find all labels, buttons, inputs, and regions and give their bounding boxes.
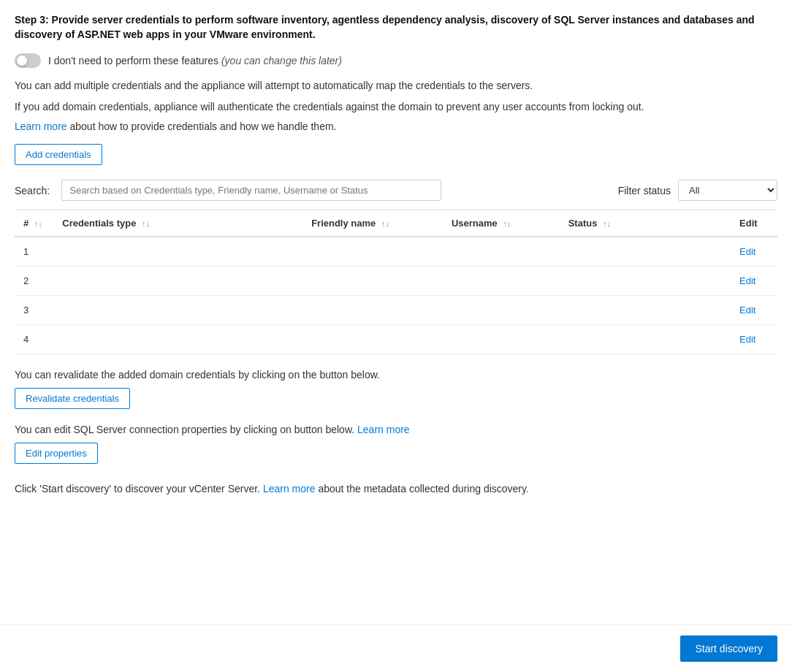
cell-num-4: 4 [15, 325, 53, 354]
edit-link-3[interactable]: Edit [739, 305, 755, 316]
edit-props-section: You can edit SQL Server connection prope… [15, 424, 777, 464]
cell-type-1 [53, 237, 302, 267]
edit-link-4[interactable]: Edit [739, 334, 755, 345]
col-header-username: Username ↑↓ [443, 210, 560, 237]
info-text-2: If you add domain credentials, appliance… [15, 99, 777, 115]
cell-num-2: 2 [15, 267, 53, 296]
cell-type-4 [53, 325, 302, 354]
start-discovery-learn-more-link[interactable]: Learn more [263, 483, 316, 495]
learn-more-row: Learn more about how to provide credenti… [15, 121, 777, 132]
revalidate-text: You can revalidate the added domain cred… [15, 369, 777, 381]
start-discovery-section: Click 'Start discovery' to discover your… [15, 481, 777, 497]
add-credentials-button[interactable]: Add credentials [15, 144, 102, 165]
table-body: 1 Edit 2 Edit 3 Edit 4 [15, 237, 777, 354]
info-text-1: You can add multiple credentials and the… [15, 78, 777, 93]
add-credentials-section: Add credentials [15, 144, 777, 165]
cell-friendly-2 [302, 267, 443, 296]
learn-more-link-credentials[interactable]: Learn more [15, 121, 67, 132]
start-discovery-text: Click 'Start discovery' to discover your… [15, 481, 777, 497]
start-discovery-text-pre: Click 'Start discovery' to discover your… [15, 483, 260, 495]
cell-friendly-4 [302, 325, 443, 354]
feature-toggle[interactable] [15, 53, 41, 68]
edit-props-text-pre: You can edit SQL Server connection prope… [15, 424, 354, 435]
edit-properties-button[interactable]: Edit properties [15, 443, 98, 464]
filter-status-group: Filter status All Valid Invalid Not vali… [618, 180, 777, 201]
col-header-num: # ↑↓ [15, 210, 53, 237]
sort-icon-status: ↑↓ [603, 219, 611, 228]
table-row: 4 Edit [15, 325, 777, 354]
bottom-bar: Start discovery [0, 625, 792, 672]
col-header-type: Credentials type ↑↓ [53, 210, 302, 237]
cell-status-1 [560, 237, 731, 267]
col-header-friendly: Friendly name ↑↓ [302, 210, 443, 237]
toggle-label: I don't need to perform these features (… [48, 55, 342, 66]
sort-icon-type: ↑↓ [142, 219, 150, 228]
table-row: 3 Edit [15, 296, 777, 325]
cell-status-3 [560, 296, 731, 325]
edit-link-2[interactable]: Edit [739, 275, 755, 286]
search-input[interactable] [61, 180, 441, 201]
edit-props-learn-more-link[interactable]: Learn more [357, 424, 410, 435]
cell-edit-4[interactable]: Edit [731, 325, 777, 354]
sort-icon-username: ↑↓ [503, 219, 511, 228]
cell-type-2 [53, 267, 302, 296]
cell-username-3 [443, 296, 560, 325]
cell-edit-1[interactable]: Edit [731, 237, 777, 267]
learn-more-text: about how to provide credentials and how… [69, 121, 336, 132]
cell-status-4 [560, 325, 731, 354]
cell-edit-2[interactable]: Edit [731, 267, 777, 296]
edit-props-text: You can edit SQL Server connection prope… [15, 424, 777, 435]
revalidate-credentials-button[interactable]: Revalidate credentials [15, 388, 130, 409]
edit-link-1[interactable]: Edit [739, 246, 755, 257]
revalidate-section: You can revalidate the added domain cred… [15, 369, 777, 409]
filter-status-label: Filter status [618, 185, 671, 196]
search-filter-row: Search: Filter status All Valid Invalid … [15, 180, 777, 201]
cell-username-1 [443, 237, 560, 267]
step-heading: Step 3: Provide server credentials to pe… [15, 13, 777, 42]
cell-username-2 [443, 267, 560, 296]
sort-icon-friendly: ↑↓ [381, 219, 389, 228]
cell-status-2 [560, 267, 731, 296]
start-discovery-button[interactable]: Start discovery [680, 635, 777, 662]
col-header-status: Status ↑↓ [560, 210, 731, 237]
search-label: Search: [15, 185, 50, 196]
table-header-row: # ↑↓ Credentials type ↑↓ Friendly name ↑… [15, 210, 777, 237]
filter-status-select[interactable]: All Valid Invalid Not validated [678, 180, 777, 201]
start-discovery-text-post: about the metadata collected during disc… [318, 483, 528, 495]
cell-edit-3[interactable]: Edit [731, 296, 777, 325]
cell-type-3 [53, 296, 302, 325]
table-row: 1 Edit [15, 237, 777, 267]
table-row: 2 Edit [15, 267, 777, 296]
cell-username-4 [443, 325, 560, 354]
cell-num-1: 1 [15, 237, 53, 267]
credentials-table: # ↑↓ Credentials type ↑↓ Friendly name ↑… [15, 210, 777, 354]
sort-icon-num: ↑↓ [34, 219, 42, 228]
col-header-edit: Edit [731, 210, 777, 237]
cell-friendly-1 [302, 237, 443, 267]
cell-num-3: 3 [15, 296, 53, 325]
toggle-row: I don't need to perform these features (… [15, 53, 777, 68]
cell-friendly-3 [302, 296, 443, 325]
